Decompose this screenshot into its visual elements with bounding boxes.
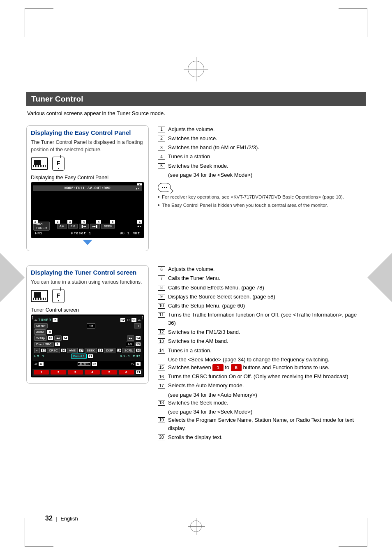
callout-8: 8 [47,330,53,334]
prev-button[interactable]: ▮◂◂ [79,224,89,229]
ame-button[interactable]: AME [67,348,78,353]
tuner-screenshot: 6 6 ◂▴ TUNER 7 12 13 11 ▴▸ [31,314,144,377]
item-19: Selects the Program Service Name, Statio… [168,416,366,432]
seek-button[interactable]: SEEK [101,224,115,229]
callout-21: 21 [88,354,93,358]
disp-button[interactable]: DISP [104,348,115,353]
num-11: 11 [158,312,165,318]
item-16: Turns the CRSC function On or Off. (Only… [168,372,366,381]
callout-4b: 4 [96,220,101,224]
screen-icon [31,290,48,302]
direct-src-button[interactable]: Direct SRC [34,342,54,347]
f-key-icon: F [52,157,65,171]
num-9: 9 [158,294,165,300]
easy-panel-box: Displaying the Easy Control Panel The Tu… [26,125,149,251]
tuner-list-cont: 16Turns the CRSC function On or Off. (On… [158,372,366,390]
callout-16: 16 [61,348,66,353]
page-language: English [60,516,78,522]
item-5-sub: (see page 34 for the <Seek Mode>) [168,171,366,179]
item-1: Adjusts the volume. [168,125,366,134]
preset-6[interactable]: 6 [119,370,134,375]
crsc-button[interactable]: CRSC [47,348,60,353]
item-12: Switches to the FM1/2/3 band. [168,328,366,336]
callout-14b: 14 [135,336,141,340]
item-13: Switches to the AM band. [168,337,366,345]
fm1-label-2: FM 1 [34,354,45,358]
num-12: 12 [158,329,165,335]
inline-preset-1: 1 [212,364,223,371]
item-4: Tunes in a station [168,153,366,161]
fwd-button[interactable]: ▸▸ [127,335,134,341]
easy-panel-heading: Displaying the Easy Control Panel [31,129,144,136]
num-5: 5 [158,163,165,169]
preset-1[interactable]: 1 [34,370,49,375]
item-9: Displays the Source Select screen. (page… [168,293,366,301]
item-2: Switches the source. [168,134,366,143]
scroll-arrow-button[interactable]: « [34,348,40,353]
next-button[interactable]: ▸▸▮ [90,224,100,229]
down-arrow-icon [83,240,92,245]
auto-badge: AUTO1 [78,362,90,366]
seek-button-2[interactable]: SEEK [85,348,97,353]
item-18: Switches the Seek mode. [168,399,366,407]
tuner-panel-desc: You can tune in a station using various … [31,278,144,286]
audio-button[interactable]: Audio [34,329,46,335]
item-11: Turns the Traffic Information function O… [168,311,366,327]
tuner-list: 6Adjusts the volume. 7Calls the Tuner Me… [158,265,366,354]
f-key-icon: F [52,289,65,303]
num-8: 8 [158,285,165,291]
am-row-button[interactable]: AM [126,342,134,347]
num-15: 15 [158,365,165,370]
am-button[interactable]: AM [57,224,67,229]
callout-10: 10 [48,336,53,340]
easy-panel-list: 1Adjusts the volume. 2Switches the sourc… [158,125,366,170]
fm-row-button[interactable]: FM [87,323,95,328]
item-17-sub: (see page 34 for the <Auto Memory>) [168,391,366,399]
ti-button[interactable]: TI [134,323,141,328]
num-1: 1 [158,127,165,132]
tuner-list-end: 19Selects the Program Service Name, Stat… [158,416,366,442]
freq-label-2: 98.1 MHz [120,354,141,358]
rew-button[interactable]: ◂◂ [54,335,62,341]
preset-5[interactable]: 5 [101,370,117,375]
tuner-title: TUNER [38,318,51,322]
page-intro: Various control screens appear in the Tu… [27,110,365,116]
callout-22: 22 [92,362,97,366]
item-15: Switches between 1 to 6 buttons and Func… [168,363,366,372]
num-17: 17 [158,383,165,388]
preset-3[interactable]: 3 [68,370,83,375]
num-19: 19 [158,417,165,423]
callout-11: 11 [131,318,137,322]
item-6: Adjusts the volume. [168,265,366,273]
registration-mark-top [188,61,204,77]
num-10: 10 [158,303,165,309]
menu-button[interactable]: Menu» [34,323,48,328]
num-4: 4 [158,154,165,160]
item-14-sub: Use the <Seek Mode> (page 34) to change … [168,356,366,364]
callout-9: 9 [55,342,60,347]
fm-button[interactable]: FM [68,224,78,229]
num-7: 7 [158,275,165,281]
num-3: 3 [158,145,165,150]
preset-2[interactable]: 2 [51,370,66,375]
item-7: Calls the Tuner Menu. [168,274,366,282]
callout-15: 15 [41,348,46,353]
tuner-panel-box: Displaying the Tuner Control screen You … [26,265,149,384]
preset-box[interactable]: Preset 1 [71,354,87,359]
item-14: Tunes in a station. [168,347,366,355]
scrl-button[interactable]: SCRL [122,348,135,353]
callout-6c: 6 [38,362,44,366]
callout-19: 19 [116,348,122,353]
note-1: For receiver key operations, see <KVT-71… [162,194,344,200]
preset-4[interactable]: 4 [85,370,100,375]
callout-4a: 4 [81,220,87,224]
callout-18: 18 [98,348,103,353]
easy-panel-caption: Displaying the Easy Control Panel [31,175,144,180]
setup-button[interactable]: SetUp [34,335,47,341]
tuner-list-15: 15 Switches between 1 to 6 buttons and F… [158,363,366,372]
registration-mark-bottom [190,520,202,532]
easy-notes: For receiver key operations, see <KVT-71… [158,194,366,208]
easy-panel-desc: The Tuner Control Panel is displayed in … [31,139,144,153]
page-number: 32 [45,515,53,522]
item-17: Selects the Auto Memory mode. [168,382,366,390]
